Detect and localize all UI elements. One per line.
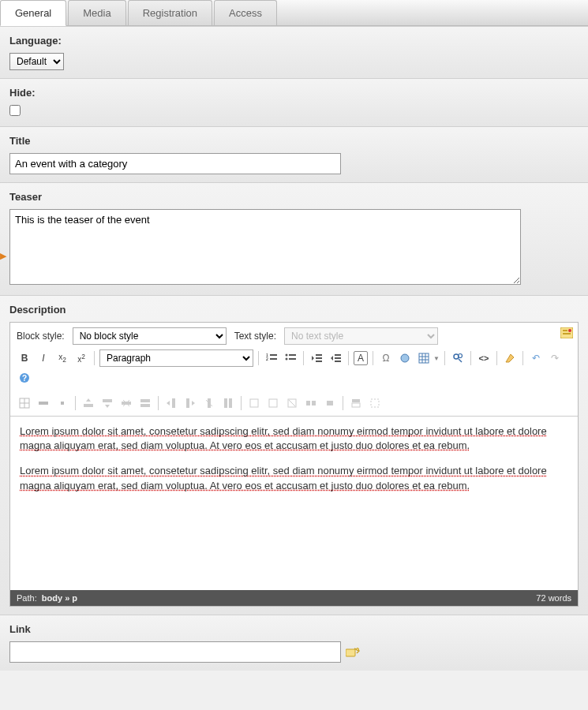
hide-section: Hide:: [0, 78, 588, 126]
panel-collapse-arrow[interactable]: ▶: [0, 251, 6, 261]
table-dropdown-icon[interactable]: ▼: [433, 355, 440, 362]
svg-rect-12: [316, 354, 322, 356]
svg-rect-2: [563, 333, 571, 334]
tab-label: Access: [229, 7, 262, 19]
svg-rect-13: [316, 357, 322, 359]
table-button[interactable]: [416, 350, 432, 366]
toolbar-separator: [158, 396, 159, 410]
language-label: Language:: [9, 35, 579, 47]
toggle-border-button: [367, 395, 383, 411]
row-delete-button: [118, 395, 134, 411]
toolbar-separator: [496, 351, 497, 365]
toggle-header-cell-button: [348, 395, 364, 411]
svg-point-8: [286, 354, 288, 357]
teaser-textarea[interactable]: This is the teaser of the event: [9, 209, 521, 285]
row-insert-before-button: [81, 395, 96, 411]
row-props-button: [36, 395, 51, 411]
toolbar-separator: [470, 351, 471, 365]
svg-point-18: [401, 354, 409, 362]
block-style-select[interactable]: No block style: [73, 327, 227, 345]
svg-line-50: [289, 400, 295, 406]
svg-rect-7: [270, 358, 277, 360]
rte-paragraph: Lorem ipsum dolor sit amet, consetetur s…: [20, 464, 568, 492]
svg-rect-53: [327, 401, 333, 405]
tab-access[interactable]: Access: [214, 0, 277, 25]
svg-rect-19: [419, 353, 429, 363]
cell-props-button: [54, 395, 70, 411]
svg-text:2: 2: [266, 357, 268, 361]
svg-rect-48: [269, 399, 277, 407]
bold-button[interactable]: B: [17, 350, 32, 366]
undo-button[interactable]: ↶: [528, 350, 544, 366]
description-section: Description Block style: No block style …: [0, 295, 588, 615]
svg-rect-46: [229, 398, 232, 408]
rte-statusbar: Path: body » p 72 words: [10, 590, 578, 606]
link-button[interactable]: [397, 350, 413, 366]
svg-rect-47: [250, 399, 258, 407]
toolbar-separator: [348, 351, 349, 365]
svg-point-58: [357, 648, 359, 650]
svg-rect-33: [61, 402, 64, 405]
tab-label: General: [15, 7, 51, 19]
tab-registration[interactable]: Registration: [128, 0, 212, 25]
svg-rect-56: [371, 399, 379, 407]
superscript-button[interactable]: x2: [73, 350, 89, 366]
rte-editor: Block style: No block style Text style: …: [9, 322, 579, 607]
svg-rect-1: [563, 330, 567, 331]
source-code-button[interactable]: <>: [476, 350, 492, 366]
italic-button[interactable]: I: [36, 350, 51, 366]
svg-rect-39: [140, 399, 150, 402]
rte-path: Path: body » p: [17, 593, 77, 603]
svg-rect-42: [186, 398, 189, 408]
help-button[interactable]: ?: [17, 370, 32, 386]
svg-rect-15: [335, 354, 341, 356]
paragraph-select[interactable]: Paragraph: [99, 349, 253, 367]
outdent-button[interactable]: [309, 350, 324, 366]
link-wizard-icon[interactable]: [346, 647, 360, 658]
col-insert-after-button: [182, 395, 198, 411]
toolbar-separator: [241, 396, 242, 410]
toolbar-separator: [522, 351, 523, 365]
tab-media[interactable]: Media: [68, 0, 125, 25]
text-color-button[interactable]: A: [354, 351, 368, 365]
cell-split-button: [322, 395, 338, 411]
title-label: Title: [9, 135, 579, 147]
hide-checkbox[interactable]: [9, 105, 21, 116]
find-replace-button[interactable]: [450, 350, 466, 366]
toolbar-separator: [94, 351, 95, 365]
svg-point-10: [286, 358, 288, 361]
special-char-button[interactable]: Ω: [378, 350, 394, 366]
indent-button[interactable]: [328, 350, 343, 366]
unordered-list-button[interactable]: [283, 350, 298, 366]
svg-rect-11: [289, 358, 296, 360]
title-section: Title: [0, 126, 588, 182]
rte-paragraph: Lorem ipsum dolor sit amet, consetetur s…: [20, 424, 568, 453]
block-style-label: Block style:: [17, 331, 65, 342]
cell-insert-before-button: [246, 395, 262, 411]
svg-rect-54: [352, 399, 360, 402]
text-style-select: No text style: [284, 327, 438, 345]
link-input[interactable]: [9, 641, 341, 663]
toolbar-separator: [258, 351, 259, 365]
language-select[interactable]: Default: [9, 53, 64, 70]
rte-toolbar: B I x2 x2 Paragraph 12 A Ω ▼: [10, 348, 578, 417]
svg-rect-5: [270, 354, 277, 356]
cell-merge-button: [303, 395, 319, 411]
teaser-section: Teaser This is the teaser of the event: [0, 182, 588, 295]
svg-text:?: ?: [22, 374, 27, 383]
rte-body[interactable]: Lorem ipsum dolor sit amet, consetetur s…: [10, 417, 578, 590]
svg-rect-45: [224, 398, 227, 408]
toolbar-separator: [343, 396, 343, 410]
row-split-button: [137, 395, 153, 411]
tab-general[interactable]: General: [0, 0, 66, 26]
ordered-list-button[interactable]: 12: [264, 350, 279, 366]
title-input[interactable]: [9, 153, 341, 174]
svg-rect-9: [289, 354, 296, 356]
teaser-label: Teaser: [9, 191, 579, 203]
subscript-button[interactable]: x2: [54, 350, 70, 366]
cell-insert-after-button: [265, 395, 281, 411]
text-style-label: Text style:: [234, 331, 276, 342]
remove-format-button[interactable]: [502, 350, 518, 366]
svg-rect-16: [335, 357, 341, 359]
toggle-rte-icon[interactable]: [560, 327, 573, 338]
